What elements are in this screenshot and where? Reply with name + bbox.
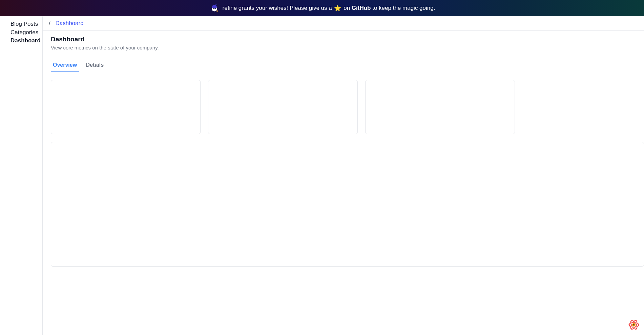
kpi-card-row <box>51 80 644 134</box>
svg-point-2 <box>213 8 213 9</box>
page-subtitle: View core metrics on the state of your c… <box>51 45 644 50</box>
wizard-icon <box>209 3 220 14</box>
github-banner[interactable]: refine grants your wishes! Please give u… <box>0 0 644 16</box>
react-query-devtools-icon[interactable] <box>627 318 641 332</box>
sidebar-item-dashboard[interactable]: Dashboard <box>11 37 42 45</box>
tab-overview[interactable]: Overview <box>53 62 77 72</box>
main-panel <box>51 142 644 267</box>
star-icon: ⭐ <box>334 5 341 12</box>
breadcrumb: / Dashboard <box>43 16 644 31</box>
svg-point-3 <box>215 8 216 9</box>
sidebar-item-blog-posts[interactable]: Blog Posts <box>11 20 42 28</box>
svg-point-6 <box>633 324 635 326</box>
sidebar: Blog Posts Categories Dashboard <box>0 16 43 335</box>
kpi-card-1 <box>51 80 201 134</box>
svg-point-1 <box>212 5 216 9</box>
tabs: Overview Details <box>51 62 644 72</box>
kpi-card-3 <box>365 80 515 134</box>
banner-github-link[interactable]: GitHub <box>352 5 371 12</box>
banner-text-after: on <box>342 5 351 12</box>
breadcrumb-separator: / <box>49 20 50 26</box>
svg-rect-4 <box>216 10 217 12</box>
sidebar-item-categories[interactable]: Categories <box>11 28 42 37</box>
page-title: Dashboard <box>51 36 644 43</box>
tab-details[interactable]: Details <box>86 62 104 72</box>
kpi-card-2 <box>208 80 358 134</box>
banner-text-end: to keep the magic going. <box>371 5 435 12</box>
main-content: / Dashboard Dashboard View core metrics … <box>43 16 644 335</box>
banner-text-before: refine grants your wishes! Please give u… <box>223 5 334 12</box>
breadcrumb-dashboard-link[interactable]: Dashboard <box>55 20 83 26</box>
